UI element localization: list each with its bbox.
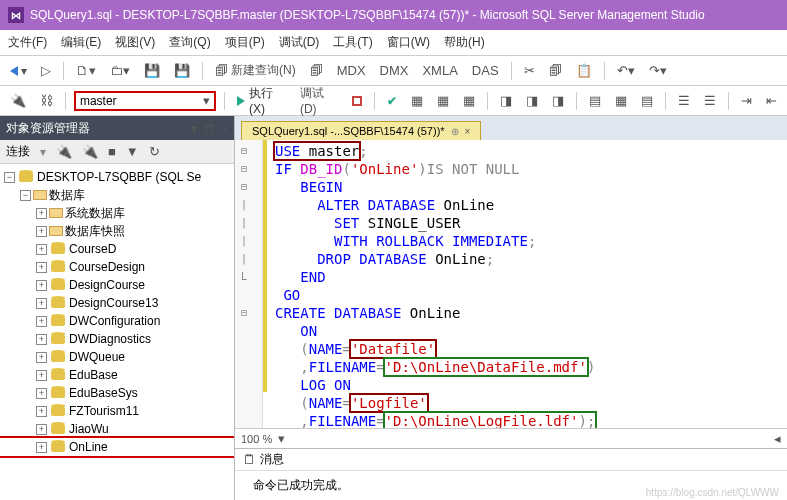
comment-button[interactable]: ☰ xyxy=(674,91,694,110)
menu-window[interactable]: 窗口(W) xyxy=(387,34,430,51)
copy-button[interactable]: 🗐 xyxy=(545,61,566,80)
new-query-button[interactable]: 🗐新建查询(N) xyxy=(211,60,300,81)
database-selector[interactable]: master ▾ xyxy=(74,91,216,111)
intellisense-button[interactable]: ▦ xyxy=(459,91,479,110)
change-conn-button[interactable]: 🔌 xyxy=(6,91,30,110)
stop-icon-2[interactable]: ■ xyxy=(108,144,116,159)
parse-button[interactable]: ✔ xyxy=(383,92,401,110)
new-project-button[interactable]: 🗋▾ xyxy=(72,61,100,80)
menu-help[interactable]: 帮助(H) xyxy=(444,34,485,51)
db-item[interactable]: +EduBaseSys xyxy=(0,384,234,402)
editor-tab[interactable]: SQLQuery1.sql -...SQBBF\15474 (57))* ⊕ × xyxy=(241,121,481,140)
expand-icon[interactable]: + xyxy=(36,424,47,435)
db-snapshots[interactable]: +数据库快照 xyxy=(0,222,234,240)
db-item[interactable]: +FZTourism11 xyxy=(0,402,234,420)
expand-icon[interactable]: + xyxy=(36,352,47,363)
indent-button[interactable]: ⇥ xyxy=(737,91,756,110)
db-item[interactable]: +DWQueue xyxy=(0,348,234,366)
connect-toolbar: 连接▾ 🔌 🔌 ■ ▼ ↻ xyxy=(0,140,234,164)
filter-icon[interactable]: ▼ xyxy=(126,144,139,159)
refresh-icon[interactable]: ↻ xyxy=(149,144,160,159)
menu-file[interactable]: 文件(F) xyxy=(8,34,47,51)
collapse-icon[interactable]: − xyxy=(4,172,15,183)
db-item[interactable]: +EduBase xyxy=(0,366,234,384)
menu-project[interactable]: 项目(P) xyxy=(225,34,265,51)
uncomment-button[interactable]: ☰ xyxy=(700,91,720,110)
server-node[interactable]: −DESKTOP-L7SQBBF (SQL Se xyxy=(0,168,234,186)
include-plan-button[interactable]: ◨ xyxy=(496,91,516,110)
close-icon[interactable]: × xyxy=(465,126,471,137)
undo-button[interactable]: ↶▾ xyxy=(613,61,639,80)
db-item[interactable]: +JiaoWu xyxy=(0,420,234,438)
open-button[interactable]: 🗀▾ xyxy=(106,61,134,80)
expand-icon[interactable]: + xyxy=(36,442,47,453)
dropdown-icon[interactable]: ▾ xyxy=(191,121,198,136)
disconnect-icon[interactable]: 🔌 xyxy=(82,144,98,159)
menu-view[interactable]: 视图(V) xyxy=(115,34,155,51)
code-body[interactable]: ⊟USE master; ⊟IF DB_ID('OnLine')IS NOT N… xyxy=(235,140,787,428)
expand-icon[interactable]: + xyxy=(36,226,47,237)
database-icon xyxy=(51,424,65,434)
menu-debug[interactable]: 调试(D) xyxy=(279,34,320,51)
expand-icon[interactable]: + xyxy=(36,406,47,417)
execute-button[interactable]: 执行(X) xyxy=(233,83,290,118)
expand-icon[interactable]: + xyxy=(36,262,47,273)
expand-icon[interactable]: + xyxy=(36,370,47,381)
expand-icon[interactable]: + xyxy=(36,280,47,291)
menu-edit[interactable]: 编辑(E) xyxy=(61,34,101,51)
expand-icon[interactable]: + xyxy=(36,244,47,255)
results-file-button[interactable]: ▤ xyxy=(637,91,657,110)
engine-query-button[interactable]: 🗐 xyxy=(306,61,327,80)
include-live-button[interactable]: ◨ xyxy=(548,91,568,110)
results-grid-button[interactable]: ▦ xyxy=(611,91,631,110)
db-item[interactable]: +CourseD xyxy=(0,240,234,258)
close-icon[interactable]: × xyxy=(220,121,228,136)
estimated-plan-button[interactable]: ▦ xyxy=(407,91,427,110)
object-tree[interactable]: −DESKTOP-L7SQBBF (SQL Se −数据库 +系统数据库 +数据… xyxy=(0,164,234,500)
paste-button[interactable]: 📋 xyxy=(572,61,596,80)
zoom-value[interactable]: 100 % xyxy=(241,433,272,445)
das-button[interactable]: DAS xyxy=(468,61,503,80)
sql-editor[interactable]: ⊟USE master; ⊟IF DB_ID('OnLine')IS NOT N… xyxy=(235,140,787,428)
system-databases[interactable]: +系统数据库 xyxy=(0,204,234,222)
pin-icon[interactable]: ⊕ xyxy=(451,126,459,137)
databases-folder[interactable]: −数据库 xyxy=(0,186,234,204)
xmla-button[interactable]: XMLA xyxy=(418,61,461,80)
menu-query[interactable]: 查询(Q) xyxy=(169,34,210,51)
disconnect-button[interactable]: ⛓ xyxy=(36,91,57,110)
new-query-label: 新建查询(N) xyxy=(231,62,296,79)
cut-button[interactable]: ✂ xyxy=(520,61,539,80)
messages-tab[interactable]: 🗒消息 xyxy=(235,449,787,471)
collapse-icon[interactable]: − xyxy=(20,190,31,201)
db-item[interactable]: +CourseDesign xyxy=(0,258,234,276)
query-options-button[interactable]: ▦ xyxy=(433,91,453,110)
connect-label[interactable]: 连接 xyxy=(6,143,30,160)
chevron-down-icon[interactable]: ▾ xyxy=(278,431,285,446)
db-item[interactable]: +DWDiagnostics xyxy=(0,330,234,348)
toolbar-main: ▾ ▷ 🗋▾ 🗀▾ 💾 💾 🗐新建查询(N) 🗐 MDX DMX XMLA DA… xyxy=(0,56,787,86)
outdent-button[interactable]: ⇤ xyxy=(762,91,781,110)
modified-marker xyxy=(263,140,267,392)
expand-icon[interactable]: + xyxy=(36,208,47,219)
include-stats-button[interactable]: ◨ xyxy=(522,91,542,110)
save-button[interactable]: 💾 xyxy=(140,61,164,80)
dmx-button[interactable]: DMX xyxy=(376,61,413,80)
db-item[interactable]: +DesignCourse xyxy=(0,276,234,294)
menu-tools[interactable]: 工具(T) xyxy=(333,34,372,51)
expand-icon[interactable]: + xyxy=(36,316,47,327)
expand-icon[interactable]: + xyxy=(36,388,47,399)
expand-icon[interactable]: + xyxy=(36,334,47,345)
results-text-button[interactable]: ▤ xyxy=(585,91,605,110)
pin-icon[interactable]: ⊓ xyxy=(204,121,214,136)
redo-button[interactable]: ↷▾ xyxy=(645,61,671,80)
nav-back-button[interactable]: ▾ xyxy=(6,62,31,80)
mdx-button[interactable]: MDX xyxy=(333,61,370,80)
db-item-online[interactable]: +OnLine xyxy=(0,438,234,456)
connect-icon[interactable]: 🔌 xyxy=(56,144,72,159)
database-icon xyxy=(51,370,65,380)
debug-button[interactable]: 调试(D) xyxy=(296,83,342,118)
save-all-button[interactable]: 💾 xyxy=(170,61,194,80)
db-item[interactable]: +DWConfiguration xyxy=(0,312,234,330)
db-item[interactable]: +DesignCourse13 xyxy=(0,294,234,312)
expand-icon[interactable]: + xyxy=(36,298,47,309)
